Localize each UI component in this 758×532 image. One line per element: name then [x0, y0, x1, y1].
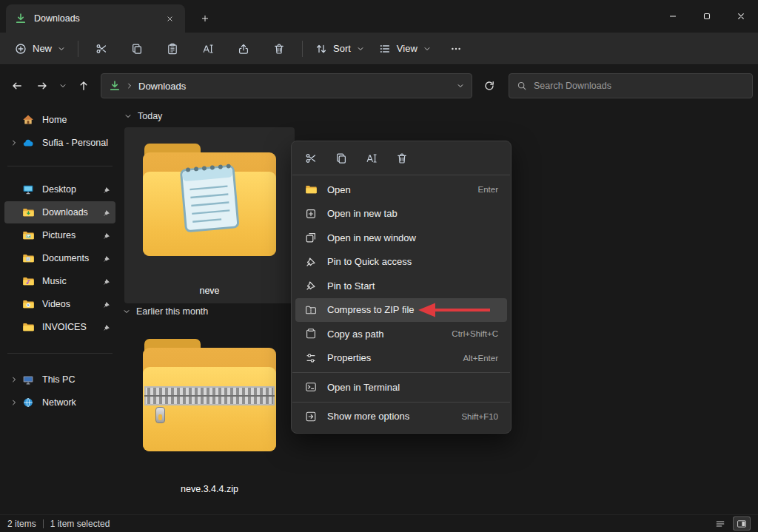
copy-icon [335, 152, 347, 164]
search-icon [517, 81, 527, 91]
view-button-label: View [397, 43, 417, 54]
context-menu-icon-row [292, 144, 511, 172]
refresh-icon [483, 80, 495, 92]
minimize-button[interactable] [656, 0, 690, 33]
copy-button[interactable] [121, 36, 153, 61]
menu-item-properties[interactable]: Properties Alt+Enter [295, 346, 507, 371]
sidebar-item-desktop[interactable]: Desktop [4, 178, 115, 201]
file-item-zip[interactable]: neve.3.4.4.zip [124, 323, 295, 502]
sort-button[interactable]: Sort [308, 36, 372, 61]
history-dropdown-button[interactable] [55, 74, 71, 98]
sidebar-item-label: INVOICES [42, 322, 101, 332]
view-button[interactable]: View [372, 36, 438, 61]
file-item-neve[interactable]: neve [124, 127, 295, 303]
clipboard-icon [304, 327, 318, 340]
zip-folder-icon [304, 303, 318, 317]
cut-button[interactable] [85, 36, 118, 61]
copy-button[interactable] [328, 147, 355, 169]
group-header-today[interactable]: Today [124, 111, 162, 121]
cut-button[interactable] [298, 147, 324, 169]
chevron-right-icon[interactable] [7, 399, 21, 406]
group-header-earlier[interactable]: Earlier this month [123, 306, 208, 317]
ellipsis-icon [450, 43, 462, 55]
onedrive-cloud-icon [21, 136, 36, 149]
menu-divider [292, 175, 510, 175]
new-button-label: New [33, 43, 52, 54]
menu-item-open[interactable]: Open Enter [295, 178, 507, 202]
context-menu: Open Enter Open in new tab Open in new w… [291, 141, 512, 434]
menu-item-open-in-terminal[interactable]: Open in Terminal [295, 375, 507, 400]
share-button[interactable] [227, 36, 260, 61]
sidebar-item-label: Documents [42, 253, 101, 263]
back-button[interactable] [4, 74, 30, 98]
close-button[interactable] [724, 0, 758, 33]
menu-item-pin-to-start[interactable]: Pin to Start [295, 274, 507, 298]
sidebar-item-music[interactable]: Music [4, 270, 115, 292]
sidebar-item-documents[interactable]: Documents [4, 247, 115, 269]
address-bar[interactable]: Downloads [101, 73, 472, 98]
menu-shortcut: Ctrl+Shift+C [452, 329, 498, 338]
menu-item-open-new-tab[interactable]: Open in new tab [295, 202, 507, 226]
maximize-button[interactable] [690, 0, 724, 33]
sidebar-item-this-pc[interactable]: This PC [4, 368, 115, 391]
home-icon [21, 113, 36, 127]
sidebar-item-onedrive[interactable]: Sufia - Personal [4, 132, 115, 154]
delete-icon [273, 43, 285, 55]
rename-button[interactable] [192, 36, 224, 61]
network-icon [21, 396, 36, 409]
search-input[interactable] [534, 81, 745, 91]
pin-icon [101, 255, 113, 263]
folder-icon [21, 320, 36, 334]
sidebar-item-network[interactable]: Network [4, 391, 115, 414]
search-box[interactable] [509, 73, 753, 98]
documents-folder-icon [21, 252, 36, 265]
sidebar-divider [7, 166, 113, 166]
menu-item-pin-quick-access[interactable]: Pin to Quick access [295, 250, 507, 275]
menu-item-show-more-options[interactable]: Show more options Shift+F10 [295, 405, 507, 429]
chevron-down-icon [58, 45, 65, 53]
delete-button[interactable] [263, 36, 295, 61]
explorer-tab[interactable]: Downloads [6, 4, 185, 33]
menu-divider [292, 372, 510, 373]
properties-icon [304, 351, 318, 365]
desktop-icon [21, 183, 36, 196]
terminal-icon [304, 380, 318, 394]
large-icons-view-button[interactable] [733, 516, 751, 531]
paste-button[interactable] [156, 36, 189, 61]
chevron-down-icon[interactable] [124, 112, 132, 120]
chevron-right-icon[interactable] [7, 376, 21, 383]
address-dropdown-icon[interactable] [457, 82, 464, 90]
pin-icon [101, 277, 113, 286]
file-name: neve.3.4.4.zip [124, 484, 295, 494]
sort-button-label: Sort [333, 43, 351, 54]
sidebar-item-label: Pictures [42, 230, 101, 240]
view-icon [379, 43, 391, 55]
sidebar-item-videos[interactable]: Videos [4, 293, 115, 315]
sidebar-item-pictures[interactable]: Pictures [4, 224, 115, 246]
zipper-pull [155, 407, 165, 423]
cut-icon [95, 43, 107, 55]
chevron-down-icon[interactable] [123, 308, 130, 315]
chevron-right-icon[interactable] [7, 139, 21, 147]
refresh-button[interactable] [477, 74, 501, 98]
menu-item-copy-as-path[interactable]: Copy as path Ctrl+Shift+C [295, 322, 507, 346]
details-view-button[interactable] [711, 516, 729, 531]
up-button[interactable] [71, 74, 96, 98]
chevron-down-icon [59, 82, 67, 90]
tab-close-icon[interactable] [160, 10, 179, 27]
menu-item-open-new-window[interactable]: Open in new window [295, 226, 507, 250]
menu-item-label: Pin to Start [327, 280, 489, 292]
list-view-icon [715, 519, 725, 529]
breadcrumb-chevron-icon [126, 82, 133, 90]
sidebar-item-invoices[interactable]: INVOICES [4, 316, 115, 338]
new-tab-button[interactable] [194, 8, 216, 28]
forward-button[interactable] [30, 74, 55, 98]
rename-button[interactable] [358, 147, 385, 169]
menu-shortcut: Enter [478, 185, 499, 194]
breadcrumb[interactable]: Downloads [138, 81, 186, 92]
see-more-button[interactable] [440, 36, 472, 61]
sidebar-item-home[interactable]: Home [4, 109, 115, 131]
new-button[interactable]: New [7, 36, 73, 61]
sidebar-item-downloads[interactable]: Downloads [4, 201, 115, 223]
delete-button[interactable] [389, 147, 415, 169]
